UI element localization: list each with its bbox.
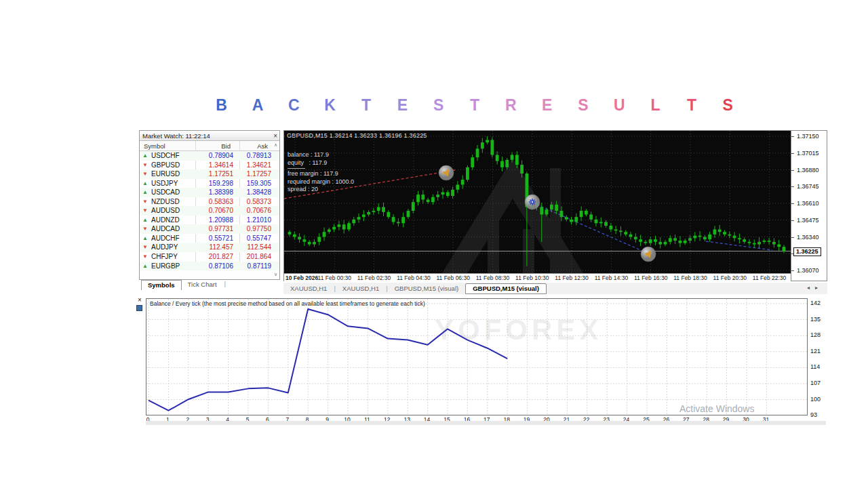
chart-tab-bar: XAUUSD,H1|XAUUSD,H1|GBPUSD,M15 (visual)G… (283, 283, 827, 294)
ask-value: 159.305 (247, 180, 271, 187)
symbol-label: AUDNZD (151, 216, 180, 224)
bid-value: 1.38398 (209, 188, 233, 196)
price-axis-label: 1.37015 (797, 150, 819, 157)
current-price-tag: 1.36225 (793, 247, 821, 256)
tab-symbols[interactable]: Symbols (141, 280, 182, 290)
balance-chart[interactable]: YOFOREX Balance / Every tick (the most p… (146, 298, 808, 415)
balance-y-label: 93 (810, 411, 817, 418)
bid-value: 1.17251 (209, 170, 233, 178)
table-row[interactable]: ▼GBPUSD1.346141.34621 (140, 161, 279, 170)
up-arrow-icon: ▲ (142, 263, 148, 269)
table-row[interactable]: ▲USDCAD1.383981.38428 (140, 188, 279, 197)
ask-value: 1.38428 (247, 188, 271, 196)
price-chart-panel: GBPUSD,M15 1.36214 1.36233 1.36196 1.362… (283, 130, 827, 281)
time-axis-label: 11 Feb 00:30 (318, 274, 351, 281)
time-axis-label: 11 Feb 20:30 (713, 274, 747, 281)
table-row[interactable]: ▲AUDCHF0.557210.55747 (140, 234, 279, 243)
table-row[interactable]: ▼NZDUSD0.583630.58373 (140, 197, 279, 207)
axis-tick (791, 136, 794, 137)
symbol-label: NZDUSD (151, 198, 180, 205)
candlestick-svg (284, 131, 791, 273)
up-arrow-icon: ▲ (142, 180, 148, 186)
title-letter: S (420, 95, 456, 115)
market-watch-titlebar[interactable]: Market Watch: 11:22:14 × (140, 131, 279, 141)
candlestick-chart[interactable]: GBPUSD,M15 1.36214 1.36233 1.36196 1.362… (284, 131, 791, 273)
market-watch-panel: Market Watch: 11:22:14 × Symbol Bid Ask … (139, 130, 280, 280)
table-row[interactable]: ▼EURUSD1.172511.17257 (140, 169, 279, 179)
title-letter: E (529, 95, 565, 115)
bid-value: 201.827 (209, 253, 233, 260)
symbol-label: USDCHF (151, 152, 180, 159)
up-arrow-icon: ▲ (142, 217, 148, 223)
axis-tick (791, 237, 794, 238)
bid-value: 0.87106 (209, 262, 233, 270)
down-arrow-icon: ▼ (142, 171, 148, 177)
sound-marker[interactable] (641, 247, 656, 262)
bid-value: 1.20988 (209, 216, 233, 224)
bid-value: 1.34614 (209, 161, 233, 169)
tab-scroll-arrows[interactable]: ◂▸ (807, 285, 823, 291)
bid-value: 0.55721 (209, 235, 233, 242)
down-arrow-icon: ▼ (142, 226, 148, 232)
scroll-down-icon[interactable]: ∨ (274, 272, 277, 277)
chart-tab-3[interactable]: GBPUSD,M15 (visual) (465, 283, 547, 294)
table-row[interactable]: ▼CHFJPY201.827201.864 (140, 252, 279, 262)
close-icon[interactable]: × (138, 296, 142, 304)
down-arrow-icon: ▼ (142, 162, 148, 168)
chart-tab-0[interactable]: XAUUSD,H1 (283, 284, 334, 293)
tab-tick-chart[interactable]: Tick Chart (182, 280, 223, 289)
balance-y-label: 128 (810, 331, 821, 338)
down-arrow-icon: ▼ (142, 207, 148, 214)
down-arrow-icon: ▼ (142, 199, 148, 205)
table-row[interactable]: ▼AUDCAD0.977310.97750 (140, 224, 279, 234)
symbol-label: AUDCHF (151, 235, 180, 242)
close-icon[interactable]: × (273, 131, 277, 141)
symbol-label: GBPUSD (151, 161, 180, 169)
table-row[interactable]: ▲EURGBP0.871060.87119 (140, 262, 279, 271)
chart-tab-1[interactable]: XAUUSD,H1 (336, 284, 386, 293)
bid-value: 0.70670 (209, 207, 233, 214)
table-row[interactable]: ▲AUDNZD1.209881.21010 (140, 216, 279, 225)
scroll-up-icon[interactable]: ∧ (274, 142, 277, 148)
ask-value: 0.70676 (247, 207, 271, 214)
table-row[interactable]: ▼AUDJPY112.457112.544 (140, 243, 279, 252)
price-axis[interactable]: 1.371501.370151.368801.367451.366101.364… (791, 131, 827, 281)
column-ask: Ask (257, 142, 268, 150)
time-axis-label: 11 Feb 22:30 (753, 274, 786, 281)
time-axis-label: 11 Feb 02:30 (357, 274, 391, 281)
bid-value: 0.58363 (209, 198, 233, 205)
symbol-label: USDCAD (151, 188, 180, 196)
balance-y-label: 107 (810, 380, 821, 386)
up-arrow-icon: ▲ (142, 235, 148, 241)
time-axis-label: 10 Feb 2026 (285, 274, 318, 281)
bid-value: 112.457 (210, 243, 233, 251)
activate-windows-watermark: Activate Windows (679, 403, 754, 414)
symbol-label: AUDJPY (151, 243, 178, 251)
bid-value: 0.97731 (209, 225, 233, 232)
sound-marker[interactable] (439, 165, 454, 180)
title-letter: T (456, 95, 492, 115)
ask-value: 0.58373 (247, 198, 271, 205)
trade-entry-marker[interactable] (525, 195, 540, 209)
market-watch-column-header: Symbol Bid Ask ∧ (140, 141, 279, 151)
ask-value: 0.55747 (247, 235, 271, 242)
bid-value: 159.298 (209, 180, 233, 187)
table-row[interactable]: ▲USDJPY159.298159.305 (140, 179, 279, 188)
window-bottom-edge (146, 421, 826, 425)
title-letter: T (673, 95, 709, 115)
chart-tab-2[interactable]: GBPUSD,M15 (visual) (388, 284, 466, 293)
table-row[interactable]: ▼AUDUSD0.706700.70676 (140, 206, 279, 216)
time-axis-label: 11 Feb 04:30 (397, 274, 430, 281)
balance-y-label: 100 (810, 396, 821, 403)
ask-value: 201.864 (247, 253, 271, 260)
chart-mode-icon[interactable] (136, 305, 142, 311)
title-letter: U (601, 95, 637, 115)
up-arrow-icon: ▲ (142, 189, 148, 195)
time-axis[interactable]: 10 Feb 202611 Feb 00:3011 Feb 02:3011 Fe… (284, 273, 791, 282)
table-row[interactable]: ▲USDCHF0.789040.78913 (140, 151, 279, 161)
red-trendline[interactable] (284, 170, 455, 199)
tester-side-strip: × (136, 296, 144, 422)
bid-value: 0.78904 (209, 152, 233, 159)
watermark-text: YOFOREX (435, 314, 602, 346)
ask-value: 0.78913 (247, 152, 271, 159)
